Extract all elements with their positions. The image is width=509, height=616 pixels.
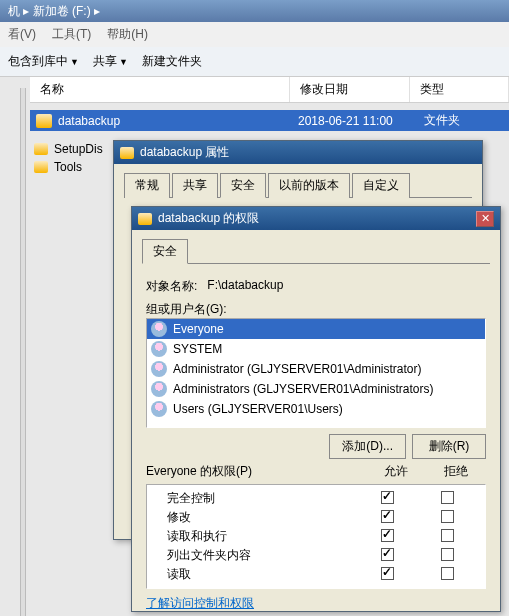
tree-item[interactable]: Tools — [34, 158, 124, 176]
object-name-value: F:\databackup — [207, 278, 283, 295]
user-item[interactable]: Everyone — [147, 319, 485, 339]
file-list: databackup 2018-06-21 11:00 文件夹 — [30, 110, 509, 131]
menu-help[interactable]: 帮助(H) — [107, 26, 148, 43]
perm-name: 列出文件夹内容 — [155, 547, 357, 564]
users-listbox[interactable]: Everyone SYSTEM Administrator (GLJYSERVE… — [146, 318, 486, 428]
user-icon — [151, 381, 167, 397]
learn-more-link[interactable]: 了解访问控制和权限 — [146, 595, 254, 612]
col-type[interactable]: 类型 — [410, 77, 509, 102]
folder-icon — [36, 114, 52, 128]
user-item[interactable]: SYSTEM — [147, 339, 485, 359]
allow-checkbox[interactable] — [381, 529, 394, 542]
include-in-library[interactable]: 包含到库中▼ — [8, 53, 79, 70]
user-item[interactable]: Administrators (GLJYSERVER01\Administrat… — [147, 379, 485, 399]
file-type: 文件夹 — [424, 112, 460, 129]
user-label: Everyone — [173, 322, 224, 336]
file-row-selected[interactable]: databackup 2018-06-21 11:00 文件夹 — [30, 110, 509, 131]
permission-row: 读取和执行 — [155, 527, 477, 546]
permission-row: 读取 — [155, 565, 477, 584]
remove-button[interactable]: 删除(R) — [412, 434, 486, 459]
new-folder-button[interactable]: 新建文件夹 — [142, 53, 202, 70]
allow-col: 允许 — [366, 463, 426, 480]
col-date[interactable]: 修改日期 — [290, 77, 410, 102]
user-item[interactable]: Administrator (GLJYSERVER01\Administrato… — [147, 359, 485, 379]
tab-security[interactable]: 安全 — [220, 173, 266, 198]
col-name[interactable]: 名称 — [30, 77, 290, 102]
chevron-down-icon: ▼ — [70, 57, 79, 67]
perm-name: 修改 — [155, 509, 357, 526]
permissions-table: 完全控制修改读取和执行列出文件夹内容读取 — [146, 484, 486, 589]
allow-checkbox[interactable] — [381, 510, 394, 523]
allow-checkbox[interactable] — [381, 567, 394, 580]
chevron-down-icon: ▼ — [119, 57, 128, 67]
tab-strip: 安全 — [142, 238, 490, 264]
perm-name: 读取 — [155, 566, 357, 583]
menu-tools[interactable]: 工具(T) — [52, 26, 91, 43]
dialog-title: databackup 属性 — [140, 144, 229, 161]
tree-item[interactable]: SetupDis — [34, 140, 124, 158]
object-name-label: 对象名称: — [146, 278, 197, 295]
deny-col: 拒绝 — [426, 463, 486, 480]
permission-row: 列出文件夹内容 — [155, 546, 477, 565]
permissions-dialog: databackup 的权限 ✕ 安全 对象名称: F:\databackup … — [131, 206, 501, 612]
user-label: Administrators (GLJYSERVER01\Administrat… — [173, 382, 434, 396]
toolbar: 包含到库中▼ 共享▼ 新建文件夹 — [0, 47, 509, 77]
title-text: 机 ▸ 新加卷 (F:) ▸ — [8, 3, 100, 20]
deny-checkbox[interactable] — [441, 548, 454, 561]
folder-icon — [34, 161, 48, 173]
permission-row: 修改 — [155, 508, 477, 527]
tab-strip: 常规 共享 安全 以前的版本 自定义 — [124, 172, 472, 198]
allow-checkbox[interactable] — [381, 548, 394, 561]
file-name: databackup — [58, 114, 292, 128]
deny-checkbox[interactable] — [441, 529, 454, 542]
user-label: Administrator (GLJYSERVER01\Administrato… — [173, 362, 422, 376]
user-icon — [151, 361, 167, 377]
user-label: Users (GLJYSERVER01\Users) — [173, 402, 343, 416]
add-button[interactable]: 添加(D)... — [329, 434, 406, 459]
tree-panel: SetupDis Tools — [34, 140, 124, 176]
perm-name: 读取和执行 — [155, 528, 357, 545]
splitter[interactable] — [20, 88, 26, 616]
user-icon — [151, 401, 167, 417]
column-headers: 名称 修改日期 类型 — [30, 77, 509, 103]
tab-previous[interactable]: 以前的版本 — [268, 173, 350, 198]
user-item[interactable]: Users (GLJYSERVER01\Users) — [147, 399, 485, 419]
tab-custom[interactable]: 自定义 — [352, 173, 410, 198]
menubar: 看(V) 工具(T) 帮助(H) — [0, 22, 509, 47]
tab-security[interactable]: 安全 — [142, 239, 188, 264]
dialog-titlebar[interactable]: databackup 的权限 ✕ — [132, 207, 500, 230]
folder-icon — [34, 143, 48, 155]
group-users-label: 组或用户名(G): — [146, 301, 486, 318]
close-button[interactable]: ✕ — [476, 211, 494, 227]
tree-label: Tools — [54, 160, 82, 174]
user-icon — [151, 321, 167, 337]
perm-name: 完全控制 — [155, 490, 357, 507]
deny-checkbox[interactable] — [441, 510, 454, 523]
folder-icon — [120, 147, 134, 159]
allow-checkbox[interactable] — [381, 491, 394, 504]
permission-row: 完全控制 — [155, 489, 477, 508]
dialog-title: databackup 的权限 — [158, 210, 259, 227]
tab-share[interactable]: 共享 — [172, 173, 218, 198]
folder-icon — [138, 213, 152, 225]
window-title: 机 ▸ 新加卷 (F:) ▸ — [0, 0, 509, 22]
user-icon — [151, 341, 167, 357]
share-button[interactable]: 共享▼ — [93, 53, 128, 70]
deny-checkbox[interactable] — [441, 567, 454, 580]
dialog-titlebar[interactable]: databackup 属性 — [114, 141, 482, 164]
tree-label: SetupDis — [54, 142, 103, 156]
permissions-header: Everyone 的权限(P) — [146, 463, 366, 480]
tab-general[interactable]: 常规 — [124, 173, 170, 198]
deny-checkbox[interactable] — [441, 491, 454, 504]
user-label: SYSTEM — [173, 342, 222, 356]
menu-view[interactable]: 看(V) — [8, 26, 36, 43]
file-date: 2018-06-21 11:00 — [298, 114, 418, 128]
